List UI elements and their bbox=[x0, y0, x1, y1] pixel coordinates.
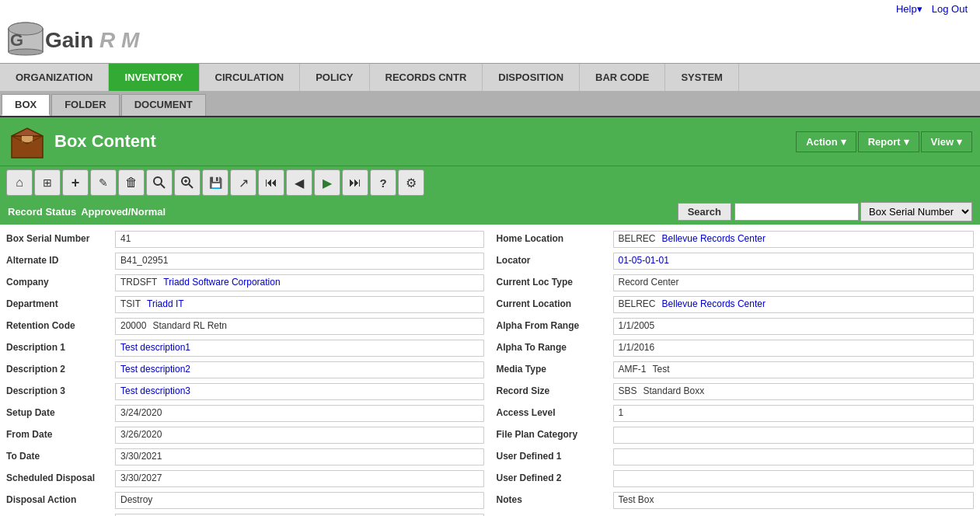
field-from-date: From Date 3/26/2020 bbox=[6, 427, 484, 444]
value-department: TSIT Triadd IT bbox=[115, 296, 484, 313]
report-button[interactable]: Report ▾ bbox=[858, 131, 919, 152]
label-user-defined-1: User Defined 1 bbox=[497, 448, 613, 462]
logo-area: G Gain R M bbox=[0, 18, 980, 63]
field-user-defined-1: User Defined 1 bbox=[497, 448, 975, 465]
field-box-serial-number: Box Serial Number 41 bbox=[6, 231, 484, 248]
delete-button[interactable]: 🗑 bbox=[118, 169, 145, 196]
label-media-type: Media Type bbox=[497, 361, 613, 375]
field-record-size: Record Size SBS Standard Boxx bbox=[497, 383, 975, 400]
tab-box[interactable]: BOX bbox=[2, 94, 50, 116]
record-status-label: Record Status bbox=[8, 206, 76, 218]
value-disposal-action: Destroy bbox=[115, 492, 484, 509]
value-media-type: AMF-1 Test bbox=[613, 361, 975, 378]
main-form: Box Serial Number 41 Alternate ID B41_02… bbox=[0, 225, 980, 516]
next-button[interactable]: ▶ bbox=[314, 169, 340, 196]
search-execute-button[interactable]: Search bbox=[678, 203, 731, 221]
field-disposal-action: Disposal Action Destroy bbox=[6, 492, 484, 509]
field-description2: Description 2 Test description2 bbox=[6, 361, 484, 378]
export-button[interactable]: ↗ bbox=[230, 169, 256, 196]
box-content-icon bbox=[8, 122, 47, 161]
field-department: Department TSIT Triadd IT bbox=[6, 296, 484, 313]
form-right: Home Location BELREC Bellevue Records Ce… bbox=[497, 231, 975, 516]
svg-text:G: G bbox=[10, 30, 23, 50]
field-home-location: Home Location BELREC Bellevue Records Ce… bbox=[497, 231, 975, 248]
nav-disposition[interactable]: DISPOSITION bbox=[483, 64, 580, 91]
svg-line-13 bbox=[161, 184, 165, 188]
help-button-toolbar[interactable]: ? bbox=[370, 169, 396, 196]
label-locator: Locator bbox=[497, 253, 613, 266]
field-description1: Description 1 Test description1 bbox=[6, 340, 484, 357]
field-setup-date: Setup Date 3/24/2020 bbox=[6, 405, 484, 422]
top-bar: Help▾ Log Out bbox=[0, 0, 980, 18]
value-description3: Test description3 bbox=[115, 383, 484, 400]
svg-marker-8 bbox=[12, 128, 43, 136]
label-access-level: Access Level bbox=[497, 405, 613, 418]
value-box-serial-number: 41 bbox=[115, 231, 484, 248]
value-alpha-to-range: 1/1/2016 bbox=[613, 340, 975, 357]
label-home-location: Home Location bbox=[497, 231, 613, 244]
last-button[interactable]: ⏭ bbox=[342, 169, 368, 196]
edit-button[interactable]: ✎ bbox=[90, 169, 117, 196]
search-input[interactable] bbox=[734, 203, 859, 221]
help-link[interactable]: Help▾ bbox=[896, 3, 922, 15]
label-description1: Description 1 bbox=[6, 340, 115, 353]
field-scheduled-disposal: Scheduled Disposal 3/30/2027 bbox=[6, 470, 484, 487]
value-current-location: BELREC Bellevue Records Center bbox=[613, 296, 975, 313]
field-retention-code: Retention Code 20000 Standard RL Retn bbox=[6, 318, 484, 335]
label-retention-code: Retention Code bbox=[6, 318, 115, 331]
value-description2: Test description2 bbox=[115, 361, 484, 378]
label-disposal-action: Disposal Action bbox=[6, 492, 115, 505]
home-button[interactable]: ⌂ bbox=[6, 169, 33, 196]
value-current-loc-type: Record Center bbox=[613, 274, 975, 291]
prev-button[interactable]: ◀ bbox=[286, 169, 312, 196]
page-title: Box Content bbox=[54, 131, 796, 152]
save-button-toolbar[interactable]: 💾 bbox=[202, 169, 228, 196]
nav-organization[interactable]: ORGANIZATION bbox=[0, 64, 109, 91]
search-type-dropdown[interactable]: Box Serial Number Alternate ID Company bbox=[860, 202, 972, 221]
label-notes: Notes bbox=[497, 492, 613, 505]
label-description2: Description 2 bbox=[6, 361, 115, 375]
field-alpha-to-range: Alpha To Range 1/1/2016 bbox=[497, 340, 975, 357]
label-from-date: From Date bbox=[6, 427, 115, 440]
action-button[interactable]: Action ▾ bbox=[796, 131, 856, 152]
nav-bar-code[interactable]: BAR CODE bbox=[580, 64, 665, 91]
value-alternate-id: B41_02951 bbox=[115, 253, 484, 270]
value-record-size: SBS Standard Boxx bbox=[613, 383, 975, 400]
zoom-button[interactable] bbox=[174, 169, 201, 196]
value-user-defined-2 bbox=[613, 470, 975, 487]
value-file-plan-category bbox=[613, 427, 975, 444]
value-access-level: 1 bbox=[613, 405, 975, 422]
label-alternate-id: Alternate ID bbox=[6, 253, 115, 266]
view-button[interactable]: View ▾ bbox=[921, 131, 972, 152]
search-button-toolbar[interactable] bbox=[146, 169, 173, 196]
logo-text: Gain R M bbox=[45, 28, 139, 53]
nav-system[interactable]: SYSTEM bbox=[665, 64, 738, 91]
field-locator: Locator 01-05-01-01 bbox=[497, 253, 975, 270]
field-access-level: Access Level 1 bbox=[497, 405, 975, 422]
value-setup-date: 3/24/2020 bbox=[115, 405, 484, 422]
field-alternate-id: Alternate ID B41_02951 bbox=[6, 253, 484, 270]
settings-button[interactable]: ⚙ bbox=[398, 169, 424, 196]
label-current-loc-type: Current Loc Type bbox=[497, 274, 613, 288]
field-user-defined-2: User Defined 2 bbox=[497, 470, 975, 487]
label-file-plan-category: File Plan Category bbox=[497, 427, 613, 440]
field-to-date: To Date 3/30/2021 bbox=[6, 448, 484, 465]
nav-records-cntr[interactable]: RECORDS CNTR bbox=[370, 64, 483, 91]
expand-button[interactable]: ⊞ bbox=[34, 169, 61, 196]
tab-document[interactable]: DOCUMENT bbox=[121, 94, 206, 116]
field-description3: Description 3 Test description3 bbox=[6, 383, 484, 400]
nav-circulation[interactable]: CIRCULATION bbox=[200, 64, 301, 91]
label-alpha-from-range: Alpha From Range bbox=[497, 318, 613, 331]
first-button[interactable]: ⏮ bbox=[258, 169, 284, 196]
logout-link[interactable]: Log Out bbox=[932, 3, 968, 15]
value-to-date: 3/30/2021 bbox=[115, 448, 484, 465]
add-button[interactable]: + bbox=[62, 169, 89, 196]
value-notes: Test Box bbox=[613, 492, 975, 509]
svg-line-15 bbox=[189, 184, 193, 188]
nav-inventory[interactable]: INVENTORY bbox=[109, 64, 199, 91]
value-alpha-from-range: 1/1/2005 bbox=[613, 318, 975, 335]
tab-folder[interactable]: FOLDER bbox=[51, 94, 119, 116]
toolbar: ⌂ ⊞ + ✎ 🗑 💾 ↗ ⏮ ◀ ▶ ⏭ ? ⚙ bbox=[0, 166, 980, 199]
field-notes: Notes Test Box bbox=[497, 492, 975, 509]
nav-policy[interactable]: POLICY bbox=[300, 64, 369, 91]
